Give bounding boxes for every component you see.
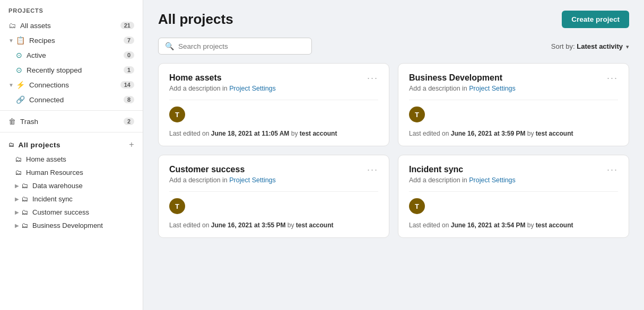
card-menu-button[interactable]: ··· — [367, 165, 378, 174]
card-avatar-row: T — [169, 107, 378, 122]
sidebar-project-incident-sync[interactable]: ▶ 🗂 Incident sync — [0, 192, 143, 206]
card-desc: Add a description in Project Settings — [409, 85, 618, 92]
chevron-icon: ▶ — [15, 196, 19, 202]
connected-icon: 🔗 — [16, 95, 25, 104]
sidebar-item-recipes[interactable]: ▼ 📋 Recipes 7 — [0, 33, 143, 48]
search-icon: 🔍 — [165, 42, 174, 50]
sidebar-item-label: Connections — [29, 81, 69, 89]
card-header: Home assets ··· — [169, 73, 378, 83]
by-text: by — [525, 222, 535, 229]
sidebar-item-trash[interactable]: 🗑 Trash 2 — [0, 114, 143, 129]
project-label: Customer success — [32, 208, 89, 216]
last-edited-prefix: Last edited on — [169, 222, 211, 229]
project-settings-link[interactable]: Project Settings — [229, 176, 276, 184]
by-text: by — [525, 130, 535, 137]
create-project-button[interactable]: Create project — [562, 11, 629, 28]
last-edited-prefix: Last edited on — [169, 130, 211, 137]
sidebar-item-label: Connected — [29, 96, 64, 104]
sidebar-badge: 2 — [124, 118, 134, 125]
chevron-down-icon: ▾ — [624, 43, 629, 50]
sidebar-project-business-development[interactable]: ▶ 🗂 Business Development — [0, 219, 143, 232]
sidebar-project-data-warehouse[interactable]: ▶ 🗂 Data warehouse — [0, 179, 143, 192]
projects-grid: Home assets ··· Add a description in Pro… — [158, 63, 629, 238]
project-card-incident-sync: Incident sync ··· Add a description in P… — [398, 155, 629, 238]
sidebar-badge: 1 — [124, 66, 134, 74]
card-title: Incident sync — [409, 165, 463, 174]
main-content: All projects Create project 🔍 Sort by: L… — [143, 0, 644, 310]
edit-date: June 16, 2021 at 3:55 PM — [211, 222, 286, 229]
card-menu-button[interactable]: ··· — [607, 73, 618, 83]
sidebar-item-label: Trash — [20, 118, 38, 126]
project-card-customer-success: Customer success ··· Add a description i… — [158, 155, 389, 238]
sidebar-item-label: Recently stopped — [27, 66, 82, 74]
card-footer: Last edited on June 18, 2021 at 11:05 AM… — [169, 130, 378, 137]
card-desc: Add a description in Project Settings — [169, 85, 378, 92]
search-input[interactable] — [178, 42, 305, 50]
sidebar-badge: 0 — [124, 51, 134, 59]
add-project-button[interactable]: + — [129, 140, 134, 149]
card-title: Business Development — [409, 73, 502, 83]
chevron-icon: ▼ — [8, 82, 14, 88]
last-edited-prefix: Last edited on — [409, 130, 451, 137]
sort-label[interactable]: Sort by: Latest activity ▾ — [551, 42, 629, 50]
edit-date: June 16, 2021 at 3:59 PM — [451, 130, 526, 137]
sidebar-item-all-assets[interactable]: 🗂 All assets 21 — [0, 18, 143, 33]
main-header: All projects Create project — [158, 11, 629, 28]
sidebar-item-active[interactable]: ⊙ Active 0 — [0, 48, 143, 63]
project-icon: 🗂 — [15, 169, 22, 176]
all-projects-label: All projects — [19, 141, 61, 149]
stopped-icon: ⊙ — [16, 66, 22, 74]
card-footer: Last edited on June 16, 2021 at 3:59 PM … — [409, 130, 618, 137]
project-label: Business Development — [32, 222, 103, 229]
sidebar-project-human-resources[interactable]: 🗂 Human Resources — [0, 166, 143, 179]
card-title: Home assets — [169, 73, 222, 83]
page-title: All projects — [158, 11, 233, 28]
sidebar-item-recently-stopped[interactable]: ⊙ Recently stopped 1 — [0, 63, 143, 77]
chevron-icon: ▼ — [8, 38, 14, 43]
card-desc-prefix: Add a description in — [409, 176, 469, 184]
card-avatar-row: T — [169, 198, 378, 214]
search-sort-row: 🔍 Sort by: Latest activity ▾ — [158, 38, 629, 55]
avatar: T — [169, 107, 185, 122]
sidebar-project-customer-success[interactable]: ▶ 🗂 Customer success — [0, 206, 143, 219]
avatar: T — [409, 107, 425, 122]
card-avatar-row: T — [409, 198, 618, 214]
sidebar-header: PROJECTS — [0, 0, 143, 18]
sidebar-item-connections[interactable]: ▼ ⚡ Connections 14 — [0, 77, 143, 92]
edit-user: test account — [536, 222, 573, 229]
project-settings-link[interactable]: Project Settings — [469, 176, 516, 184]
project-icon: 🗂 — [21, 208, 28, 216]
project-settings-link[interactable]: Project Settings — [229, 85, 276, 92]
edit-user: test account — [296, 222, 334, 229]
card-desc-prefix: Add a description in — [409, 85, 469, 92]
project-label: Incident sync — [32, 195, 73, 203]
search-box: 🔍 — [158, 38, 312, 55]
sidebar-item-connected[interactable]: 🔗 Connected 8 — [0, 92, 143, 107]
sidebar-project-home-assets[interactable]: 🗂 Home assets — [0, 153, 143, 166]
card-desc: Add a description in Project Settings — [409, 176, 618, 184]
sort-value: Latest activity — [577, 42, 623, 50]
card-menu-button[interactable]: ··· — [607, 165, 618, 174]
card-avatar-row: T — [409, 107, 618, 122]
project-icon: 🗂 — [15, 155, 22, 163]
project-settings-link[interactable]: Project Settings — [469, 85, 516, 92]
card-header: Incident sync ··· — [409, 165, 618, 174]
sidebar-item-label: All assets — [20, 22, 51, 30]
project-card-business-development: Business Development ··· Add a descripti… — [398, 63, 629, 146]
project-icon: 🗂 — [21, 182, 28, 190]
sidebar-badge: 7 — [124, 37, 134, 44]
recipes-icon: 📋 — [16, 36, 25, 45]
card-footer: Last edited on June 16, 2021 at 3:55 PM … — [169, 222, 378, 229]
card-header: Customer success ··· — [169, 165, 378, 174]
all-projects-section[interactable]: 🗂 All projects + — [0, 136, 143, 153]
project-label: Human Resources — [26, 169, 83, 176]
card-desc-prefix: Add a description in — [169, 85, 229, 92]
project-label: Data warehouse — [32, 182, 83, 190]
sidebar: PROJECTS 🗂 All assets 21 ▼ 📋 Recipes 7 ⊙… — [0, 0, 143, 310]
edit-user: test account — [300, 130, 337, 137]
cabinet-icon: 🗂 — [8, 21, 16, 30]
edit-date: June 18, 2021 at 11:05 AM — [211, 130, 290, 137]
card-desc-prefix: Add a description in — [169, 176, 229, 184]
card-desc: Add a description in Project Settings — [169, 176, 378, 184]
card-menu-button[interactable]: ··· — [367, 73, 378, 83]
